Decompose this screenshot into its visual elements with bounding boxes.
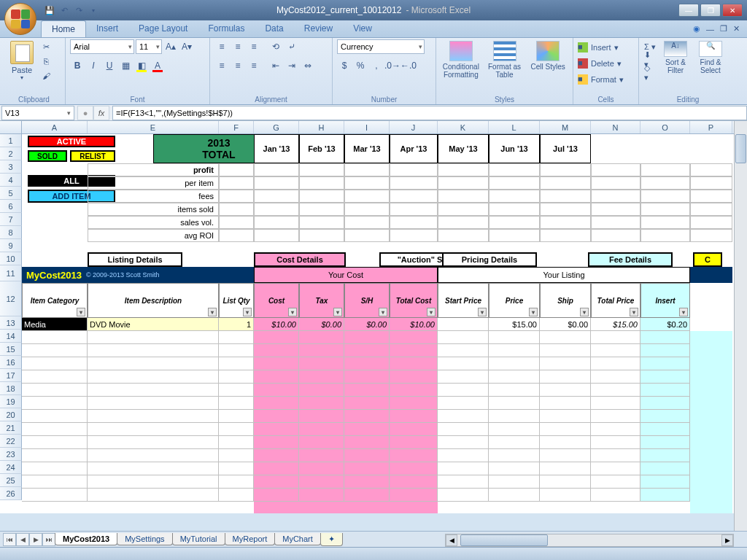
empty-cell[interactable] [88, 344, 219, 357]
summary-cell[interactable] [219, 176, 254, 190]
section-button[interactable]: Cost Details [254, 252, 346, 267]
empty-cell[interactable] [219, 436, 254, 449]
redo-icon[interactable]: ↷ [73, 4, 85, 16]
grow-font-icon[interactable]: A▴ [163, 39, 178, 54]
col-header[interactable]: O [640, 121, 690, 133]
empty-cell[interactable] [640, 489, 690, 502]
empty-cell[interactable] [438, 489, 489, 502]
format-painter-icon[interactable]: 🖌 [39, 70, 53, 82]
row-header[interactable]: 11 [0, 265, 22, 281]
number-format-combo[interactable]: Currency [337, 39, 425, 54]
data-cell[interactable]: 1 [219, 318, 254, 331]
row-header[interactable]: 2 [0, 147, 22, 160]
summary-cell[interactable] [489, 216, 540, 229]
summary-cell[interactable] [254, 190, 299, 203]
summary-cell[interactable] [690, 229, 732, 242]
empty-cell[interactable] [299, 475, 344, 489]
section-button[interactable]: Pricing Details [442, 252, 537, 267]
merge-center-icon[interactable]: ⇔ [301, 58, 315, 73]
empty-cell[interactable] [344, 410, 390, 423]
empty-cell[interactable] [219, 357, 254, 370]
empty-cell[interactable] [219, 462, 254, 475]
empty-cell[interactable] [438, 384, 489, 397]
empty-cell[interactable] [254, 344, 299, 357]
empty-cell[interactable] [22, 423, 88, 436]
summary-cell[interactable] [591, 203, 640, 216]
restore-window-icon[interactable]: ❐ [720, 24, 727, 34]
save-icon[interactable]: 💾 [44, 4, 55, 16]
summary-cell[interactable] [299, 163, 344, 176]
empty-cell[interactable] [640, 410, 690, 423]
tab-formulas[interactable]: Formulas [198, 20, 255, 37]
col-header[interactable]: A [22, 121, 88, 133]
summary-cell[interactable] [438, 176, 489, 190]
empty-cell[interactable] [299, 423, 344, 436]
column-header-cell[interactable]: Item Category [22, 283, 88, 318]
empty-cell[interactable] [254, 489, 299, 502]
empty-cell[interactable] [219, 397, 254, 410]
summary-cell[interactable] [640, 176, 690, 190]
empty-cell[interactable] [22, 436, 88, 449]
empty-cell[interactable] [88, 489, 219, 502]
section-button[interactable]: Fee Details [588, 252, 673, 267]
empty-cell[interactable] [299, 344, 344, 357]
summary-cell[interactable] [299, 190, 344, 203]
empty-cell[interactable] [344, 397, 390, 410]
empty-cell[interactable] [344, 344, 390, 357]
empty-cell[interactable] [489, 475, 540, 489]
summary-cell[interactable] [344, 176, 390, 190]
column-header-cell[interactable]: Total Price [591, 283, 640, 318]
empty-cell[interactable] [591, 436, 640, 449]
empty-cell[interactable] [88, 370, 219, 384]
row-header[interactable]: 9 [0, 239, 22, 252]
empty-cell[interactable] [22, 357, 88, 370]
format-cells-button[interactable]: ■Format ▾ [578, 71, 624, 88]
empty-cell[interactable] [591, 410, 640, 423]
decrease-decimal-icon[interactable]: ←.0 [401, 58, 416, 73]
empty-cell[interactable] [489, 489, 540, 502]
formula-input[interactable]: =IF(F13<1,"",(MySettings!$H$7)) [112, 106, 747, 120]
orientation-icon[interactable]: ⟲ [268, 39, 283, 54]
empty-cell[interactable] [299, 410, 344, 423]
empty-cell[interactable] [540, 410, 591, 423]
summary-cell[interactable] [540, 176, 591, 190]
comma-icon[interactable]: , [369, 58, 384, 73]
scroll-left-icon[interactable]: ◀ [446, 534, 457, 546]
qat-dropdown-icon[interactable]: ▾ [88, 4, 99, 16]
summary-cell[interactable] [640, 163, 690, 176]
empty-cell[interactable] [88, 384, 219, 397]
column-header-cell[interactable]: Tax [299, 283, 344, 318]
empty-cell[interactable] [22, 449, 88, 462]
empty-cell[interactable] [540, 449, 591, 462]
indent-decrease-icon[interactable]: ⇤ [268, 58, 283, 73]
relist-button[interactable]: RELIST [70, 150, 115, 162]
data-cell[interactable]: $10.00 [390, 318, 438, 331]
italic-button[interactable]: I [86, 58, 101, 73]
summary-cell[interactable] [640, 203, 690, 216]
empty-cell[interactable] [299, 436, 344, 449]
horizontal-scrollbar[interactable]: ◀ ▶ [445, 534, 734, 547]
empty-cell[interactable] [254, 449, 299, 462]
empty-cell[interactable] [254, 423, 299, 436]
empty-cell[interactable] [489, 423, 540, 436]
empty-cell[interactable] [88, 410, 219, 423]
summary-cell[interactable] [254, 176, 299, 190]
row-header[interactable]: 22 [0, 435, 22, 448]
empty-cell[interactable] [390, 475, 438, 489]
active-button[interactable]: ACTIVE [28, 136, 115, 147]
empty-cell[interactable] [344, 475, 390, 489]
empty-cell[interactable] [299, 384, 344, 397]
align-left-icon[interactable]: ≡ [214, 58, 229, 73]
empty-cell[interactable] [438, 331, 489, 344]
empty-cell[interactable] [540, 462, 591, 475]
col-header[interactable]: E [88, 121, 219, 133]
empty-cell[interactable] [22, 462, 88, 475]
close-button[interactable]: ✕ [722, 4, 743, 17]
summary-cell[interactable] [390, 190, 438, 203]
summary-cell[interactable] [489, 163, 540, 176]
empty-cell[interactable] [540, 344, 591, 357]
empty-cell[interactable] [88, 357, 219, 370]
empty-cell[interactable] [591, 489, 640, 502]
summary-cell[interactable] [690, 176, 732, 190]
minimize-button[interactable]: — [678, 4, 699, 17]
